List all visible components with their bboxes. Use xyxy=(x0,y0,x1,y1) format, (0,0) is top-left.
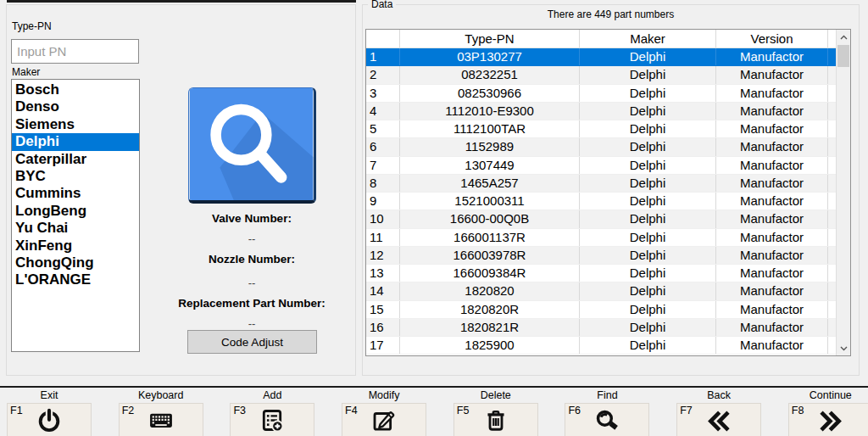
cell-type_pn: 1152989 xyxy=(400,138,580,155)
part-number-input[interactable] xyxy=(11,39,139,64)
find-button[interactable]: F6 xyxy=(565,403,649,436)
scroll-up-icon[interactable] xyxy=(837,30,850,44)
cell-version: Manufactor xyxy=(716,175,828,192)
table-row[interactable]: 141820820DelphiManufactor xyxy=(366,282,850,300)
scroll-down-icon[interactable] xyxy=(837,341,850,355)
cell-num: 12 xyxy=(366,247,400,264)
function-label: Modify xyxy=(342,389,426,403)
maker-listbox[interactable]: BoschDensoSiemensDelphiCaterpillarBYCCum… xyxy=(11,79,140,352)
table-row[interactable]: 151820820RDelphiManufactor xyxy=(366,301,850,319)
cell-version: Manufactor xyxy=(716,247,828,264)
cell-maker: Delphi xyxy=(580,175,716,192)
function-label: Add xyxy=(230,389,314,403)
fkey-text: F5 xyxy=(457,405,470,416)
function-slot: ExitF1 xyxy=(7,389,92,436)
maker-option[interactable]: L'ORANGE xyxy=(12,271,139,288)
function-slot: ModifyF4 xyxy=(342,389,426,436)
cell-maker: Delphi xyxy=(580,85,716,102)
maker-option[interactable]: Yu Chai xyxy=(12,220,139,237)
cell-maker: Delphi xyxy=(580,337,716,354)
code-adjust-button[interactable]: Code Adjust xyxy=(187,330,317,354)
vertical-scrollbar[interactable] xyxy=(836,30,850,355)
function-bar-divider xyxy=(0,386,868,388)
cell-version: Manufactor xyxy=(716,210,828,227)
back-button[interactable]: F7 xyxy=(676,403,761,436)
cell-num: 11 xyxy=(366,229,400,246)
cell-num: 1 xyxy=(366,48,400,65)
table-row[interactable]: 11166001137RDelphiManufactor xyxy=(366,229,850,247)
table-row[interactable]: 103P130277DelphiManufactor xyxy=(366,48,850,66)
cell-version: Manufactor xyxy=(716,157,828,174)
cell-version: Manufactor xyxy=(716,138,828,155)
cell-version: Manufactor xyxy=(716,229,828,246)
cell-maker: Delphi xyxy=(580,138,716,155)
table-row[interactable]: 51112100TARDelphiManufactor xyxy=(366,120,850,138)
data-groupbox: Data There are 449 part numbers Type-PN … xyxy=(362,4,860,376)
table-row[interactable]: 171825900DelphiManufactor xyxy=(366,337,850,355)
add-button[interactable]: F3 xyxy=(230,403,314,436)
maker-option[interactable]: Caterpillar xyxy=(12,151,139,168)
cell-num: 7 xyxy=(366,157,400,174)
table-row[interactable]: 13166009384RDelphiManufactor xyxy=(366,265,850,282)
selection-groupbox: Type-PN Maker BoschDensoSiemensDelphiCat… xyxy=(6,4,356,376)
maker-option[interactable]: ChongQing xyxy=(12,254,139,271)
cell-type_pn: 1521000311 xyxy=(400,193,580,210)
part-number-table[interactable]: Type-PN Maker Version 103P130277DelphiMa… xyxy=(365,29,851,356)
function-label: Exit xyxy=(7,389,92,403)
maker-option[interactable]: Denso xyxy=(12,98,139,115)
maker-option[interactable]: Bosch xyxy=(12,81,139,98)
cell-version: Manufactor xyxy=(716,319,828,336)
table-row[interactable]: 161820821RDelphiManufactor xyxy=(366,319,850,337)
cell-num: 3 xyxy=(366,85,400,102)
table-row[interactable]: 81465A257DelphiManufactor xyxy=(366,175,850,193)
cell-num: 17 xyxy=(366,337,400,354)
maker-option[interactable]: Delphi xyxy=(12,133,139,150)
header-maker: Maker xyxy=(580,30,716,48)
cell-maker: Delphi xyxy=(580,210,716,227)
table-row[interactable]: 61152989DelphiManufactor xyxy=(366,138,850,156)
add-list-icon xyxy=(259,407,286,433)
function-slot: DeleteF5 xyxy=(453,389,538,436)
cell-version: Manufactor xyxy=(716,85,828,102)
maker-option[interactable]: Cummins xyxy=(12,185,139,202)
cell-type_pn: 1112010-E9300 xyxy=(400,103,580,120)
function-slot: FindF6 xyxy=(565,389,649,436)
maker-option[interactable]: Siemens xyxy=(12,116,139,133)
function-slot: ContinueF8 xyxy=(788,389,868,436)
scrollbar-thumb[interactable] xyxy=(837,45,849,67)
nozzle-number-label: Nozzle Number: xyxy=(153,253,350,266)
table-row[interactable]: 208232251DelphiManufactor xyxy=(366,66,850,84)
keyboard-button[interactable]: F2 xyxy=(119,403,203,436)
table-row[interactable]: 71307449DelphiManufactor xyxy=(366,157,850,175)
modify-button[interactable]: F4 xyxy=(342,403,426,436)
cell-maker: Delphi xyxy=(580,193,716,210)
function-label: Delete xyxy=(453,389,538,403)
cell-version: Manufactor xyxy=(716,265,828,282)
table-row[interactable]: 12166003978RDelphiManufactor xyxy=(366,247,850,265)
cell-type_pn: 1112100TAR xyxy=(400,120,580,137)
table-row[interactable]: 1016600-00Q0BDelphiManufactor xyxy=(366,210,850,228)
trash-icon xyxy=(482,407,509,433)
cell-type_pn: 082530966 xyxy=(400,85,580,102)
cell-version: Manufactor xyxy=(716,337,828,354)
cell-type_pn: 1307449 xyxy=(400,157,580,174)
maker-option[interactable]: XinFeng xyxy=(12,238,139,254)
cell-maker: Delphi xyxy=(580,120,716,137)
cell-type_pn: 16600-00Q0B xyxy=(400,210,580,227)
continue-button[interactable]: F8 xyxy=(788,403,868,436)
table-row[interactable]: 3082530966DelphiManufactor xyxy=(366,85,850,103)
cell-type_pn: 08232251 xyxy=(400,66,580,83)
search-button[interactable] xyxy=(188,87,316,204)
cell-maker: Delphi xyxy=(580,103,716,120)
cell-version: Manufactor xyxy=(716,301,828,318)
table-row[interactable]: 41112010-E9300DelphiManufactor xyxy=(366,103,850,120)
table-row[interactable]: 91521000311DelphiManufactor xyxy=(366,193,850,210)
maker-option[interactable]: BYC xyxy=(12,168,139,185)
exit-button[interactable]: F1 xyxy=(7,403,92,436)
magnifier-icon xyxy=(189,88,314,200)
cell-num: 4 xyxy=(366,103,400,120)
function-slot: KeyboardF2 xyxy=(119,389,203,436)
cell-maker: Delphi xyxy=(580,229,716,246)
maker-option[interactable]: LongBeng xyxy=(12,203,139,220)
delete-button[interactable]: F5 xyxy=(453,403,538,436)
